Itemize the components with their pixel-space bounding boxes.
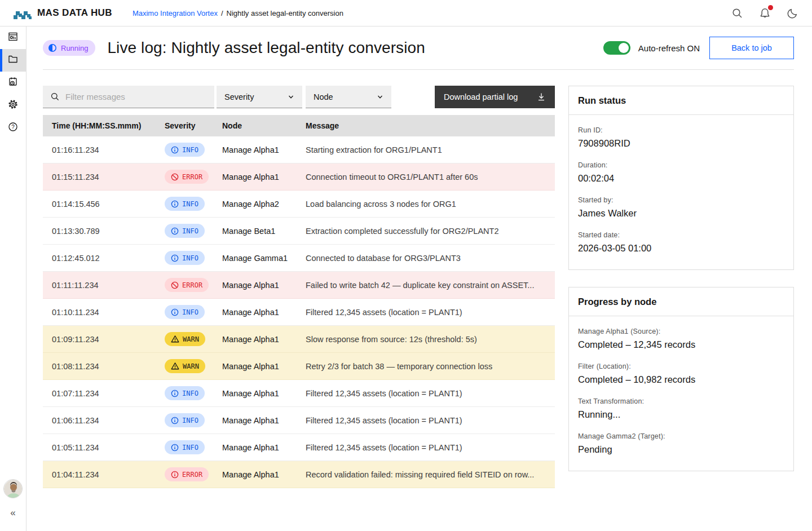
table-row[interactable]: 01:04:11.234 ERROR Man [43, 461, 555, 488]
table-row[interactable]: 01:12:45.012 INFO Mana [43, 245, 555, 272]
log-message: Filtered 12,345 assets (location = PLANT… [297, 416, 555, 425]
log-node: Manage Alpha1 [213, 172, 297, 182]
chevron-down-icon [377, 94, 383, 100]
table-row[interactable]: 01:09:11.234 WARN Mana [43, 326, 555, 353]
log-node: Manage Alpha2 [213, 200, 297, 209]
severity-badge-label: ERROR [182, 281, 202, 289]
column-header-message: Message [297, 121, 555, 130]
table-row[interactable]: 01:15:11.234 ERROR Man [43, 163, 555, 191]
sidebar-item-dashboard[interactable] [0, 26, 26, 49]
progress-by-node-card: Progress by node Manage Alpha1 (Source):… [568, 287, 794, 471]
severity-badge-label: WARN [183, 362, 199, 370]
detail-field: Manage Alpha1 (Source): Completed – 12,3… [578, 328, 784, 350]
log-time: 01:11:11.234 [43, 281, 156, 290]
info-icon [171, 471, 179, 479]
log-time: 01:12:45.012 [43, 254, 156, 263]
log-severity-cell: WARN [156, 332, 213, 346]
log-severity-cell: INFO [156, 440, 213, 454]
table-row[interactable]: 01:13:30.789 INFO Mana [43, 218, 555, 245]
detail-field-label: Started date: [578, 231, 784, 239]
download-icon [537, 92, 546, 101]
log-severity-cell: INFO [156, 224, 213, 238]
log-message: Extraction completed successfully for OR… [297, 227, 555, 236]
app-logo-icon [14, 6, 32, 20]
collapse-sidebar-icon[interactable]: « [10, 507, 15, 519]
log-node: Manage Alpha1 [213, 281, 297, 290]
log-severity-cell: INFO [156, 143, 213, 157]
log-message: Starting extraction for ORG1/PLANT1 [297, 145, 555, 154]
table-row[interactable]: 01:08:11.234 WARN Mana [43, 353, 555, 380]
detail-field: Filter (Location): Completed – 10,982 re… [578, 362, 784, 385]
run-status-fields: Run ID: 7908908RID Duration: 00:02:04 St… [569, 115, 793, 269]
log-message: Slow response from source: 12s (threshol… [297, 335, 555, 344]
sidebar-item-help[interactable]: ? [0, 117, 26, 139]
log-severity-cell: ERROR [156, 467, 213, 481]
log-node: Manage Alpha1 [213, 145, 297, 154]
page-title-bar: Running Live log: Nightly asset legal-en… [43, 26, 794, 70]
log-severity-cell: INFO [156, 386, 213, 400]
log-severity-cell: INFO [156, 251, 213, 265]
table-row[interactable]: 01:06:11.234 INFO Mana [43, 407, 555, 434]
log-node: Manage Alpha1 [213, 335, 297, 344]
detail-field-label: Manage Gamma2 (Target): [578, 432, 784, 440]
table-row[interactable]: 01:07:11.234 INFO Mana [43, 380, 555, 407]
table-row[interactable]: 01:16:11.234 INFO Mana [43, 136, 555, 163]
status-badge-label: Running [61, 44, 88, 52]
info-icon [171, 390, 179, 397]
column-header-node: Node [213, 121, 297, 130]
toggle-knob [619, 43, 629, 53]
severity-badge: WARN [165, 332, 205, 346]
node-dropdown[interactable]: Node [306, 86, 391, 108]
info-icon [171, 308, 179, 316]
gear-icon [7, 99, 19, 112]
log-message: Failed to write batch 42 — duplicate key… [297, 281, 555, 290]
progress-title: Progress by node [569, 287, 793, 316]
log-table-header: Time (HH:MM:SS.mmm) Severity Node Messag… [43, 115, 555, 136]
detail-field: Started by: James Walker [578, 196, 784, 219]
progress-fields: Manage Alpha1 (Source): Completed – 12,3… [569, 316, 793, 471]
detail-field: Manage Gamma2 (Target): Pending [578, 432, 784, 455]
table-row[interactable]: 01:14:15.456 INFO Mana [43, 191, 555, 218]
notifications-bell-icon[interactable] [759, 7, 771, 19]
sidebar-item-projects[interactable] [0, 49, 26, 72]
auto-refresh-toggle[interactable] [603, 41, 630, 55]
filter-search-box[interactable] [43, 86, 214, 108]
warning-triangle-icon [171, 335, 179, 343]
severity-badge-label: INFO [182, 254, 198, 262]
log-node: Manage Alpha1 [213, 443, 297, 452]
log-message: Connection timeout to ORG1/PLANT1 after … [297, 172, 555, 182]
download-button-label: Download partial log [444, 92, 518, 101]
log-node: Manage Alpha1 [213, 470, 297, 479]
sidebar-item-settings[interactable] [0, 94, 26, 117]
table-row[interactable]: 01:10:11.234 INFO Mana [43, 299, 555, 326]
severity-badge: WARN [165, 359, 205, 373]
severity-badge: INFO [165, 251, 205, 265]
download-partial-log-button[interactable]: Download partial log [435, 86, 555, 108]
svg-text:?: ? [11, 124, 15, 130]
severity-badge: INFO [165, 197, 205, 211]
severity-dropdown[interactable]: Severity [217, 86, 302, 108]
breadcrumb: Maximo Integration Vortex / Nightly asse… [133, 9, 343, 17]
filter-messages-input[interactable] [65, 92, 207, 101]
folder-icon [7, 54, 19, 67]
info-icon [171, 200, 179, 208]
search-icon[interactable] [731, 7, 743, 19]
user-avatar[interactable] [3, 479, 23, 498]
table-row[interactable]: 01:05:11.234 INFO Mana [43, 434, 555, 461]
severity-badge: ERROR [165, 170, 209, 184]
sidebar-item-schedule[interactable] [0, 72, 26, 94]
back-to-job-button[interactable]: Back to job [709, 37, 794, 59]
detail-field-value: Completed – 12,345 records [578, 339, 784, 350]
severity-badge: ERROR [165, 467, 209, 481]
chevron-down-icon [288, 94, 294, 100]
severity-badge-label: INFO [182, 390, 198, 397]
breadcrumb-separator: / [221, 9, 223, 17]
info-icon [171, 146, 179, 154]
log-message: Retry 2/3 for batch 38 — temporary conne… [297, 362, 555, 371]
detail-field-value: 2026-03-05 01:00 [578, 243, 784, 254]
log-severity-cell: INFO [156, 413, 213, 427]
breadcrumb-link-job[interactable]: Maximo Integration Vortex [133, 9, 218, 17]
dark-mode-moon-icon[interactable] [787, 7, 798, 19]
severity-badge-label: INFO [182, 227, 198, 235]
table-row[interactable]: 01:11:11.234 ERROR Man [43, 272, 555, 299]
